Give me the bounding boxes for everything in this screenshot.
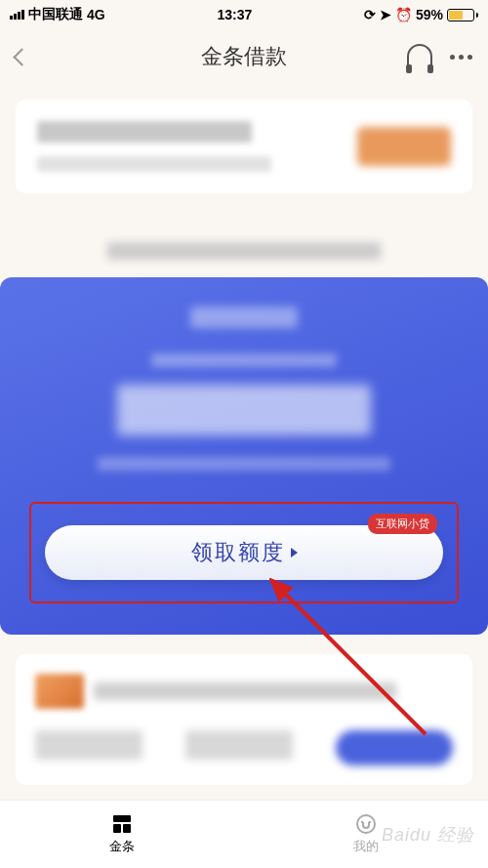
- chevron-right-icon: [291, 548, 298, 558]
- alarm-icon: ⏰: [395, 7, 412, 22]
- promo-card[interactable]: [16, 654, 472, 785]
- tab-jintiao[interactable]: 金条: [0, 801, 244, 868]
- nav-bar: 金条借款: [0, 29, 488, 84]
- status-left: 中国联通 4G: [10, 6, 105, 23]
- tab-bar: 金条 我的: [0, 800, 488, 868]
- redacted-text: [37, 156, 271, 172]
- redacted-amount: [117, 385, 371, 435]
- cta-badge: 互联网小贷: [368, 514, 437, 534]
- redacted-text: [35, 730, 142, 760]
- location-icon: ➤: [380, 7, 391, 22]
- carrier-label: 中国联通: [28, 6, 83, 23]
- redacted-button[interactable]: [357, 127, 451, 166]
- support-icon[interactable]: [407, 44, 432, 69]
- jintiao-icon: [111, 813, 133, 835]
- redacted-badge: [190, 307, 298, 328]
- claim-limit-button[interactable]: 互联网小贷 领取额度: [45, 525, 443, 580]
- battery-icon: [447, 9, 478, 21]
- profile-icon: [355, 813, 377, 835]
- redacted-button[interactable]: [336, 730, 453, 765]
- battery-pct: 59%: [416, 7, 443, 22]
- clock: 13:37: [217, 7, 252, 22]
- signal-icon: [10, 10, 24, 20]
- back-icon[interactable]: [13, 48, 30, 65]
- status-bar: 中国联通 4G 13:37 ⟳ ➤ ⏰ 59%: [0, 0, 488, 29]
- annotation-highlight: 互联网小贷 领取额度: [29, 502, 459, 603]
- redacted-text: [94, 682, 396, 700]
- redacted-text: [151, 353, 337, 367]
- redacted-text: [37, 121, 252, 143]
- redacted-section-title: [107, 242, 381, 260]
- status-right: ⟳ ➤ ⏰ 59%: [364, 7, 478, 22]
- credit-card: 互联网小贷 领取额度: [0, 277, 488, 635]
- redacted-text: [98, 457, 390, 471]
- redacted-image: [35, 674, 84, 709]
- info-card[interactable]: [16, 100, 472, 193]
- cta-label: 领取额度: [191, 538, 285, 567]
- page-title: 金条借款: [201, 42, 287, 71]
- tab-mine[interactable]: 我的: [244, 801, 488, 868]
- more-icon[interactable]: [450, 55, 472, 60]
- content: 互联网小贷 领取额度: [0, 84, 488, 801]
- tab-label: 我的: [353, 838, 379, 855]
- redacted-text: [185, 730, 293, 760]
- rotation-lock-icon: ⟳: [364, 7, 376, 22]
- tab-label: 金条: [109, 838, 135, 855]
- network-label: 4G: [87, 7, 105, 22]
